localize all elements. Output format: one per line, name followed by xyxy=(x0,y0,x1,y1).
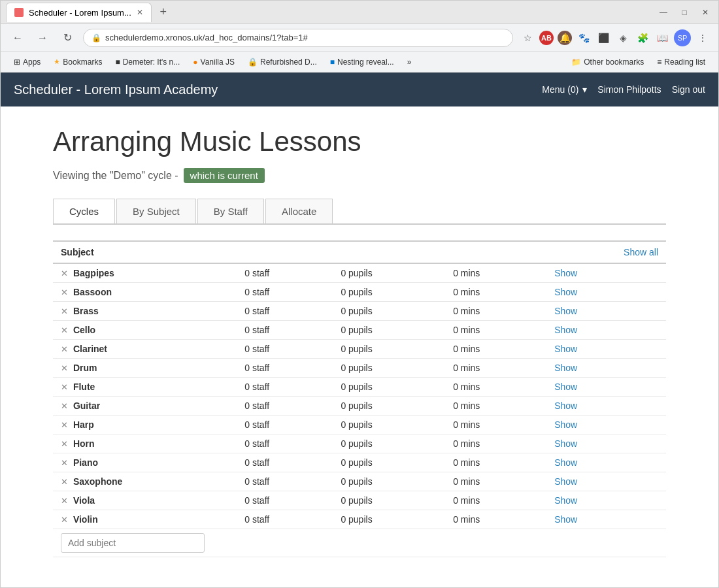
col-show-header: Show all xyxy=(546,241,666,263)
lock-icon-4: 🔒 xyxy=(248,57,258,67)
remove-subject-icon[interactable]: ✕ xyxy=(61,306,68,316)
table-row: ✕ Viola 0 staff 0 pupils 0 mins Show xyxy=(53,491,666,510)
subject-staff-cell: 0 staff xyxy=(237,434,333,453)
show-subject-link[interactable]: Show xyxy=(554,476,577,487)
star-icon: ★ xyxy=(54,57,60,66)
extension-icon-3[interactable]: 🐾 xyxy=(576,30,592,46)
reading-list[interactable]: ≡ Reading list xyxy=(652,56,711,68)
sign-out-button[interactable]: Sign out xyxy=(672,84,705,95)
maximize-button[interactable]: □ xyxy=(677,5,692,20)
bookmark-item-4[interactable]: 🔒 Refurbished D... xyxy=(242,56,322,68)
table-row: ✕ Harp 0 staff 0 pupils 0 mins Show xyxy=(53,416,666,434)
show-subject-link[interactable]: Show xyxy=(554,514,577,525)
show-subject-link[interactable]: Show xyxy=(554,495,577,506)
remove-subject-icon[interactable]: ✕ xyxy=(61,382,68,392)
user-name: Simon Philpotts xyxy=(597,84,661,95)
subject-name: Horn xyxy=(73,438,95,449)
remove-subject-icon[interactable]: ✕ xyxy=(61,439,68,449)
menu-button[interactable]: Menu (0) ▾ xyxy=(542,84,587,95)
tab-close-icon[interactable]: ✕ xyxy=(137,8,143,17)
bookmarks-bar: ⊞ Apps ★ Bookmarks ■ Demeter: It's n... … xyxy=(1,52,718,73)
extension-icon-1[interactable]: AB xyxy=(539,31,554,45)
show-subject-link[interactable]: Show xyxy=(554,457,577,468)
extension-icon-2[interactable]: 🔔 xyxy=(558,31,572,45)
table-row: ✕ Drum 0 staff 0 pupils 0 mins Show xyxy=(53,359,666,378)
apps-bookmark[interactable]: ⊞ Apps xyxy=(8,56,46,68)
subject-pupils-cell: 0 pupils xyxy=(333,340,445,359)
subject-mins-cell: 0 mins xyxy=(445,453,546,472)
url-text: schedulerdemo.xronos.uk/ad_hoc_domains/1… xyxy=(105,33,308,42)
remove-subject-icon[interactable]: ✕ xyxy=(61,287,68,297)
subject-pupils-cell: 0 pupils xyxy=(333,302,445,321)
show-subject-link[interactable]: Show xyxy=(554,438,577,449)
subject-pupils-cell: 0 pupils xyxy=(333,283,445,302)
app-navbar: Scheduler - Lorem Ipsum Academy Menu (0)… xyxy=(1,73,718,106)
new-tab-button[interactable]: + xyxy=(154,3,173,22)
add-subject-input[interactable] xyxy=(61,533,205,553)
show-subject-link[interactable]: Show xyxy=(554,344,577,354)
remove-subject-icon[interactable]: ✕ xyxy=(61,344,68,354)
remove-subject-icon[interactable]: ✕ xyxy=(61,420,68,430)
user-avatar[interactable]: SP xyxy=(674,29,691,46)
show-subject-link[interactable]: Show xyxy=(554,325,577,335)
show-subject-link[interactable]: Show xyxy=(554,268,577,278)
subject-show-cell: Show xyxy=(546,416,666,434)
other-bookmarks-label: Other bookmarks xyxy=(584,57,644,67)
active-tab[interactable]: Scheduler - Lorem Ipsum... ✕ xyxy=(6,3,152,22)
remove-subject-icon[interactable]: ✕ xyxy=(61,269,68,278)
tab-by-subject[interactable]: By Subject xyxy=(116,199,196,223)
show-subject-link[interactable]: Show xyxy=(554,382,577,392)
show-subject-link[interactable]: Show xyxy=(554,363,577,373)
subject-name: Viola xyxy=(73,495,95,506)
reading-list-label: Reading list xyxy=(664,57,705,67)
tab-cycles[interactable]: Cycles xyxy=(53,199,115,223)
extensions-button[interactable]: 🧩 xyxy=(635,30,650,46)
other-bookmarks[interactable]: 📁 Other bookmarks xyxy=(566,56,649,68)
back-button[interactable]: ← xyxy=(8,29,27,47)
subject-show-cell: Show xyxy=(546,359,666,378)
remove-subject-icon[interactable]: ✕ xyxy=(61,515,68,525)
bookmark-item-2[interactable]: ■ Demeter: It's n... xyxy=(110,56,185,68)
col-subject-header: Subject xyxy=(53,241,237,263)
browser-frame: Scheduler - Lorem Ipsum... ✕ + — □ ✕ ← →… xyxy=(0,0,719,588)
show-subject-link[interactable]: Show xyxy=(554,287,577,297)
remove-subject-icon[interactable]: ✕ xyxy=(61,477,68,487)
minimize-button[interactable]: — xyxy=(656,5,671,20)
subject-pupils-cell: 0 pupils xyxy=(333,434,445,453)
close-window-button[interactable]: ✕ xyxy=(697,5,713,20)
folder-icon: 📁 xyxy=(571,57,581,67)
refresh-button[interactable]: ↻ xyxy=(58,29,76,47)
bookmark-item-1[interactable]: ★ Bookmarks xyxy=(48,56,107,68)
tab-allocate[interactable]: Allocate xyxy=(265,199,333,223)
show-subject-link[interactable]: Show xyxy=(554,400,577,411)
subject-show-cell: Show xyxy=(546,453,666,472)
show-subject-link[interactable]: Show xyxy=(554,306,577,316)
subject-mins-cell: 0 mins xyxy=(445,397,546,416)
show-subject-link[interactable]: Show xyxy=(554,419,577,430)
remove-subject-icon[interactable]: ✕ xyxy=(61,401,68,411)
more-bookmarks-button[interactable]: » xyxy=(402,56,417,68)
remove-subject-icon[interactable]: ✕ xyxy=(61,458,68,468)
subject-name-cell: ✕ Guitar xyxy=(53,397,237,416)
url-bar[interactable]: 🔒 schedulerdemo.xronos.uk/ad_hoc_domains… xyxy=(83,29,513,47)
remove-subject-icon[interactable]: ✕ xyxy=(61,325,68,335)
add-subject-cell xyxy=(53,529,666,557)
extension-icon-4[interactable]: ◈ xyxy=(615,30,631,46)
reading-list-icon[interactable]: 📖 xyxy=(654,30,670,46)
bookmark-item-3[interactable]: ● Vanilla JS xyxy=(188,56,240,68)
table-row: ✕ Flute 0 staff 0 pupils 0 mins Show xyxy=(53,378,666,397)
subject-staff-cell: 0 staff xyxy=(237,263,333,283)
remove-subject-icon[interactable]: ✕ xyxy=(61,363,68,373)
subject-pupils-cell: 0 pupils xyxy=(333,321,445,340)
bookmark-star-icon[interactable]: ☆ xyxy=(520,30,535,46)
cast-icon[interactable]: ⬛ xyxy=(595,30,611,46)
bookmark-item-5[interactable]: ■ Nesting reveal... xyxy=(325,56,399,68)
forward-button[interactable]: → xyxy=(33,29,52,47)
show-all-link[interactable]: Show all xyxy=(624,247,658,257)
more-menu-button[interactable]: ⋮ xyxy=(695,30,711,46)
col-pupils-header xyxy=(333,241,445,263)
tab-by-staff[interactable]: By Staff xyxy=(197,199,264,223)
remove-subject-icon[interactable]: ✕ xyxy=(61,496,68,506)
subtitle: Viewing the "Demo" cycle - which is curr… xyxy=(53,168,666,183)
page-heading: Arranging Music Lessons xyxy=(53,126,666,157)
